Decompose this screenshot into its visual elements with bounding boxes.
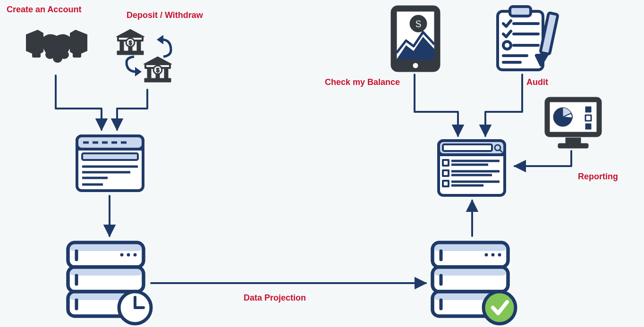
- read-ui-icon: [436, 138, 507, 198]
- svg-marker-13: [144, 57, 172, 64]
- write-store-icon: [65, 239, 155, 327]
- svg-point-66: [485, 253, 488, 257]
- svg-rect-103: [566, 138, 581, 143]
- svg-text:$: $: [156, 67, 160, 74]
- svg-rect-3: [32, 52, 41, 58]
- svg-point-50: [134, 253, 137, 257]
- svg-point-2: [59, 50, 69, 59]
- clipboard-pencil-icon: [494, 5, 560, 74]
- read-store-icon: [430, 239, 519, 327]
- svg-rect-18: [144, 78, 171, 82]
- svg-rect-108: [585, 124, 591, 129]
- svg-rect-106: [585, 107, 591, 112]
- svg-text:$: $: [128, 39, 132, 46]
- svg-rect-92: [510, 7, 531, 16]
- svg-point-67: [491, 253, 495, 257]
- svg-point-68: [498, 253, 501, 257]
- svg-rect-10: [117, 51, 144, 55]
- svg-point-87: [413, 63, 418, 68]
- svg-rect-104: [558, 143, 588, 148]
- svg-marker-5: [116, 29, 144, 37]
- handshake-icon: [24, 23, 90, 75]
- svg-rect-7: [120, 41, 124, 51]
- svg-rect-73: [443, 144, 492, 151]
- svg-point-69: [483, 292, 516, 324]
- svg-rect-15: [147, 68, 151, 78]
- svg-marker-22: [135, 67, 142, 76]
- svg-marker-21: [157, 35, 163, 44]
- tablet-chart-icon: $: [388, 4, 443, 74]
- svg-rect-17: [164, 68, 168, 78]
- svg-point-49: [127, 253, 130, 257]
- svg-point-48: [120, 253, 124, 257]
- svg-rect-31: [82, 153, 138, 160]
- svg-text:$: $: [415, 18, 421, 30]
- svg-rect-4: [73, 52, 81, 58]
- svg-rect-9: [137, 41, 141, 51]
- bank-transfer-icon: $ $: [112, 26, 183, 92]
- write-ui-icon: [75, 134, 145, 193]
- monitor-dashboard-icon: [542, 94, 604, 151]
